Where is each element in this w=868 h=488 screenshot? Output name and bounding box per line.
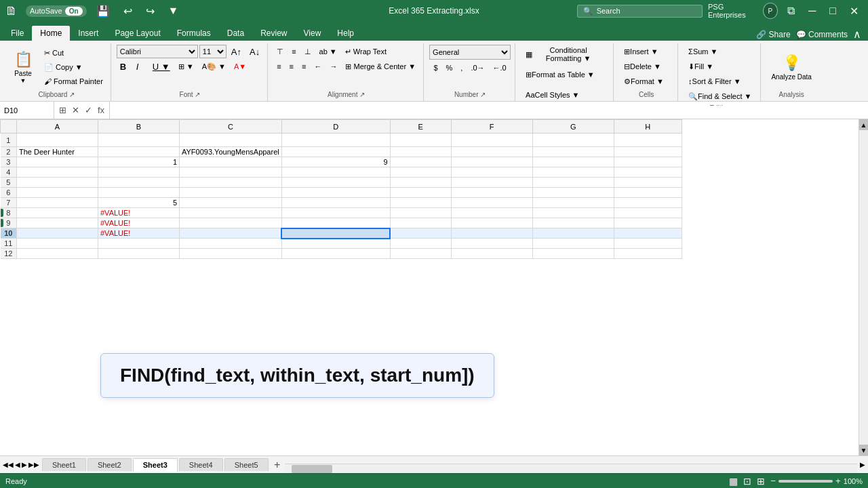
h-scroll-right-button[interactable]: ▶ (857, 461, 868, 468)
add-sheet-button[interactable]: + (270, 458, 285, 472)
cell-C12[interactable] (180, 249, 282, 259)
minimize-button[interactable]: ─ (804, 5, 820, 17)
sheet-tab-sheet1[interactable]: Sheet1 (42, 458, 86, 471)
tab-review[interactable]: Review (252, 26, 295, 41)
decrease-indent-button[interactable]: ← (311, 60, 325, 73)
format-painter-button[interactable]: 🖌 Format Painter (41, 75, 106, 88)
align-right-button[interactable]: ≡ (298, 60, 309, 73)
sheet-first-button[interactable]: ◀◀ (3, 461, 14, 468)
cell-E8[interactable] (390, 208, 451, 218)
restore-window-button[interactable]: ⧉ (783, 5, 799, 17)
cell-F5[interactable] (451, 178, 532, 188)
zoom-out-button[interactable]: − (770, 476, 776, 486)
format-cells-button[interactable]: ⚙ Format ▼ (619, 75, 673, 88)
cell-C10[interactable] (180, 228, 282, 239)
cell-E1[interactable] (390, 134, 451, 147)
row-num-6[interactable]: 6 (1, 188, 17, 198)
conditional-formatting-button[interactable]: ▦ Conditional Formatting ▼ (521, 45, 609, 64)
sheet-tab-sheet2[interactable]: Sheet2 (87, 458, 132, 471)
fill-button[interactable]: ⬇ Fill ▼ (684, 60, 718, 73)
cell-B3[interactable]: 1 (98, 157, 180, 167)
sheet-last-button[interactable]: ▶▶ (28, 461, 39, 468)
cell-H3[interactable] (614, 157, 682, 167)
row-num-11[interactable]: 11 (1, 239, 17, 249)
cell-D11[interactable] (281, 239, 390, 249)
cell-A3[interactable] (17, 157, 98, 167)
orientation-button[interactable]: ab ▼ (316, 45, 340, 58)
format-as-table-button[interactable]: ⊞ Format as Table ▼ (521, 65, 609, 84)
row-num-4[interactable]: 4 (1, 167, 17, 178)
tab-page-layout[interactable]: Page Layout (106, 26, 168, 41)
font-size-select[interactable]: 11 (199, 45, 226, 58)
comma-button[interactable]: , (457, 61, 466, 75)
h-scroll-thumb[interactable] (292, 465, 332, 473)
autosave-toggle[interactable]: AutoSave On (26, 5, 87, 17)
comments-button[interactable]: 💬 Comments (796, 30, 848, 39)
cell-G12[interactable] (532, 249, 614, 259)
bold-button[interactable]: B (117, 60, 132, 73)
cell-B7[interactable]: 5 (98, 198, 180, 208)
cell-B1[interactable] (98, 134, 180, 147)
cell-G3[interactable] (532, 157, 614, 167)
decrease-decimal-button[interactable]: ←.0 (490, 61, 510, 75)
cell-A10[interactable] (17, 228, 98, 239)
tab-file[interactable]: File (3, 26, 32, 41)
cell-F2[interactable] (451, 147, 532, 157)
redo-button[interactable]: ↪ (142, 5, 159, 18)
cell-H4[interactable] (614, 167, 682, 178)
cell-A11[interactable] (17, 239, 98, 249)
cell-F10[interactable] (451, 228, 532, 239)
italic-button[interactable]: I (133, 60, 148, 73)
cell-E11[interactable] (390, 239, 451, 249)
search-box[interactable]: 🔍 Search (577, 5, 703, 18)
cell-F1[interactable] (451, 134, 532, 147)
increase-font-button[interactable]: A↑ (228, 45, 245, 58)
name-box[interactable]: D10 (0, 102, 54, 119)
cell-F11[interactable] (451, 239, 532, 249)
font-family-select[interactable]: Calibri (117, 45, 198, 58)
cell-F9[interactable] (451, 218, 532, 228)
col-header-A[interactable]: A (17, 120, 98, 134)
cell-G9[interactable] (532, 218, 614, 228)
cell-A12[interactable] (17, 249, 98, 259)
col-header-B[interactable]: B (98, 120, 180, 134)
cell-B4[interactable] (98, 167, 180, 178)
cell-E4[interactable] (390, 167, 451, 178)
cell-C4[interactable] (180, 167, 282, 178)
cell-A9[interactable] (17, 218, 98, 228)
cut-button[interactable]: ✂ Cut (41, 46, 106, 60)
cell-H1[interactable] (614, 134, 682, 147)
tab-view[interactable]: View (296, 26, 330, 41)
cell-B12[interactable] (98, 249, 180, 259)
cell-B6[interactable] (98, 188, 180, 198)
cell-A8[interactable] (17, 208, 98, 218)
sheet-tab-sheet3[interactable]: Sheet3 (133, 458, 178, 472)
share-button[interactable]: 🔗 Share (756, 30, 790, 39)
normal-view-button[interactable]: ▦ (729, 476, 738, 487)
insert-function-button[interactable]: fx (96, 105, 106, 115)
cell-D12[interactable] (281, 249, 390, 259)
cell-H5[interactable] (614, 178, 682, 188)
scroll-down-button[interactable]: ▼ (859, 445, 868, 455)
col-header-G[interactable]: G (532, 120, 614, 134)
cell-A7[interactable] (17, 198, 98, 208)
cell-E3[interactable] (390, 157, 451, 167)
sheet-tab-sheet4[interactable]: Sheet4 (179, 458, 223, 471)
horizontal-scrollbar[interactable] (285, 464, 857, 473)
row-num-12[interactable]: 12 (1, 249, 17, 259)
paste-button[interactable]: 📋 Paste ▼ (7, 46, 39, 88)
customize-qat-button[interactable]: ▼ (164, 5, 183, 17)
cell-C7[interactable] (180, 198, 282, 208)
zoom-slider[interactable] (778, 480, 833, 483)
cell-B10[interactable]: #VALUE! (98, 228, 180, 239)
col-header-F[interactable]: F (451, 120, 532, 134)
increase-indent-button[interactable]: → (326, 60, 340, 73)
tab-formulas[interactable]: Formulas (169, 26, 219, 41)
tab-insert[interactable]: Insert (70, 26, 106, 41)
page-break-view-button[interactable]: ⊞ (757, 476, 765, 487)
maximize-button[interactable]: □ (825, 5, 840, 17)
sheet-area[interactable]: A B C D E F G H 1 (0, 119, 859, 455)
cell-D2[interactable] (281, 147, 390, 157)
zoom-level[interactable]: 100% (844, 477, 863, 485)
cell-C8[interactable] (180, 208, 282, 218)
